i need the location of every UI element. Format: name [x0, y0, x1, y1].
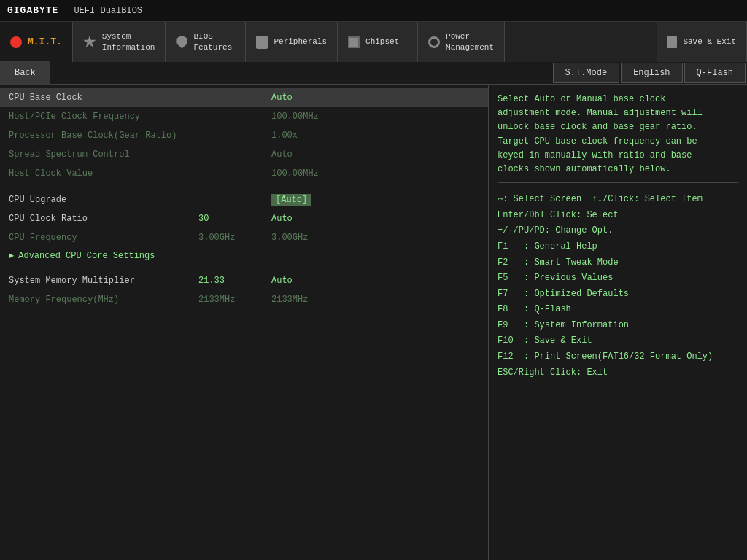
shield-icon [176, 36, 187, 49]
mit-label: M.I.T. [28, 36, 62, 47]
tab-save-exit-label: Save & Exit [683, 36, 736, 47]
hotkey-line-11: F12 : Print Screen(FAT16/32 Format Only) [498, 349, 738, 365]
cpu-clock-ratio-label: CPU Clock Ratio [9, 214, 198, 224]
hotkey-line-6: F5 : Previous Values [498, 271, 738, 287]
tab-peripherals[interactable]: Peripherals [246, 22, 338, 62]
spread-spectrum-value: Auto [271, 149, 293, 160]
chip-icon [348, 36, 360, 48]
hotkey-line-3: +/-/PU/PD: Change Opt. [498, 223, 738, 239]
hotkey-line-1: ↔: Select Screen ↑↓/Click: Select Item [498, 192, 738, 208]
mem-freq-value: 2133MHz [271, 295, 308, 305]
uefi-label: UEFI DualBIOS [74, 6, 142, 16]
qflash-button[interactable]: Q-Flash [684, 63, 746, 83]
tab-bios-features[interactable]: BIOS Features [166, 22, 246, 62]
host-clock-val-label: Host Clock Value [9, 168, 198, 179]
back-button[interactable]: Back [0, 61, 50, 85]
hotkey-line-12: ESC/Right Click: Exit [498, 365, 738, 381]
main-content: CPU Base Clock Auto Host/PCIe Clock Freq… [0, 85, 747, 560]
tab-save-exit[interactable]: Save & Exit [657, 22, 747, 62]
tab-chipset-label: Chipset [365, 36, 399, 47]
row-proc-base-clock[interactable]: Processor Base Clock(Gear Ratio) 1.00x [0, 126, 488, 145]
stmode-button[interactable]: S.T.Mode [553, 63, 620, 83]
hotkey-line-4: F1 : General Help [498, 239, 738, 255]
sub-nav: Back S.T.Mode English Q-Flash [0, 62, 747, 85]
right-panel: Select Auto or Manual base clock adjustm… [489, 85, 747, 560]
cpu-clock-ratio-col2: 30 [198, 214, 271, 224]
row-adv-cpu-core[interactable]: ▶ Advanced CPU Core Settings [0, 247, 488, 264]
power-icon [428, 36, 440, 48]
hotkey-line-9: F9 : System Information [498, 318, 738, 334]
left-panel: CPU Base Clock Auto Host/PCIe Clock Freq… [0, 85, 489, 560]
adv-cpu-core-label: Advanced CPU Core Settings [18, 251, 155, 261]
row-sys-mem-mult[interactable]: System Memory Multiplier 21.33 Auto [0, 271, 488, 290]
tab-peripherals-label: Peripherals [274, 36, 327, 47]
sys-mem-mult-label: System Memory Multiplier [9, 276, 198, 286]
tab-power-mgmt-label: Power Management [446, 31, 494, 52]
english-button[interactable]: English [621, 63, 682, 83]
row-cpu-base-clock[interactable]: CPU Base Clock Auto [0, 88, 488, 107]
sys-mem-mult-value: Auto [271, 276, 293, 286]
hotkey-line-7: F7 : Optimized Defaults [498, 287, 738, 303]
row-cpu-upgrade[interactable]: CPU Upgrade [Auto] [0, 190, 488, 209]
hotkeys-text: ↔: Select Screen ↑↓/Click: Select Item E… [498, 189, 738, 553]
help-text: Select Auto or Manual base clock adjustm… [498, 93, 738, 183]
hotkey-line-10: F10 : Save & Exit [498, 333, 738, 349]
mit-tab[interactable]: M.I.T. [0, 22, 73, 62]
sys-mem-mult-col2: 21.33 [198, 276, 271, 286]
gigabyte-logo: GIGABYTE [7, 5, 58, 16]
arrow-icon: ▶ [9, 250, 14, 261]
cpu-upgrade-label: CPU Upgrade [9, 195, 198, 205]
divider [66, 4, 66, 18]
proc-base-clock-value: 1.00x [271, 131, 298, 141]
row-host-clock-val[interactable]: Host Clock Value 100.00MHz [0, 164, 488, 183]
row-cpu-clock-ratio[interactable]: CPU Clock Ratio 30 Auto [0, 209, 488, 228]
host-clock-val-value: 100.00MHz [271, 168, 319, 179]
tab-system-information[interactable]: System Information [73, 22, 166, 62]
cpu-freq-col2: 3.00GHz [198, 233, 271, 243]
hotkey-line-5: F2 : Smart Tweak Mode [498, 255, 738, 271]
host-pcie-label: Host/PCIe Clock Frequency [9, 112, 198, 122]
cpu-base-clock-value: Auto [271, 93, 293, 103]
cpu-freq-label: CPU Frequency [9, 233, 198, 243]
hotkey-line-8: F8 : Q-Flash [498, 302, 738, 318]
mit-dot [10, 36, 22, 48]
row-mem-freq[interactable]: Memory Frequency(MHz) 2133MHz 2133MHz [0, 290, 488, 309]
proc-base-clock-label: Processor Base Clock(Gear Ratio) [9, 131, 198, 141]
spread-spectrum-label: Spread Spectrum Control [9, 149, 198, 160]
plug-icon [256, 36, 268, 49]
nav-tabs: M.I.T. System Information BIOS Features … [0, 22, 747, 62]
row-spread-spectrum[interactable]: Spread Spectrum Control Auto [0, 145, 488, 164]
cpu-clock-ratio-value: Auto [271, 214, 293, 224]
mem-freq-label: Memory Frequency(MHz) [9, 295, 198, 305]
tab-system-info-label: System Information [102, 31, 155, 52]
cpu-freq-value: 3.00GHz [271, 233, 308, 243]
cpu-base-clock-label: CPU Base Clock [9, 93, 198, 103]
cpu-upgrade-value: [Auto] [271, 194, 311, 206]
mem-freq-col2: 2133MHz [198, 295, 271, 305]
row-cpu-freq[interactable]: CPU Frequency 3.00GHz 3.00GHz [0, 228, 488, 247]
tab-bios-features-label: BIOS Features [193, 31, 232, 52]
gear-icon [83, 36, 96, 49]
sub-nav-right: S.T.Mode English Q-Flash [553, 62, 747, 84]
top-bar: GIGABYTE UEFI DualBIOS [0, 0, 747, 22]
host-pcie-value: 100.00MHz [271, 112, 319, 122]
section-gap-2 [0, 264, 488, 271]
save-icon [667, 36, 677, 48]
section-gap-1 [0, 183, 488, 190]
tab-chipset[interactable]: Chipset [338, 22, 418, 62]
row-host-pcie[interactable]: Host/PCIe Clock Frequency 100.00MHz [0, 107, 488, 126]
hotkey-line-2: Enter/Dbl Click: Select [498, 208, 738, 224]
tab-power-management[interactable]: Power Management [418, 22, 505, 62]
